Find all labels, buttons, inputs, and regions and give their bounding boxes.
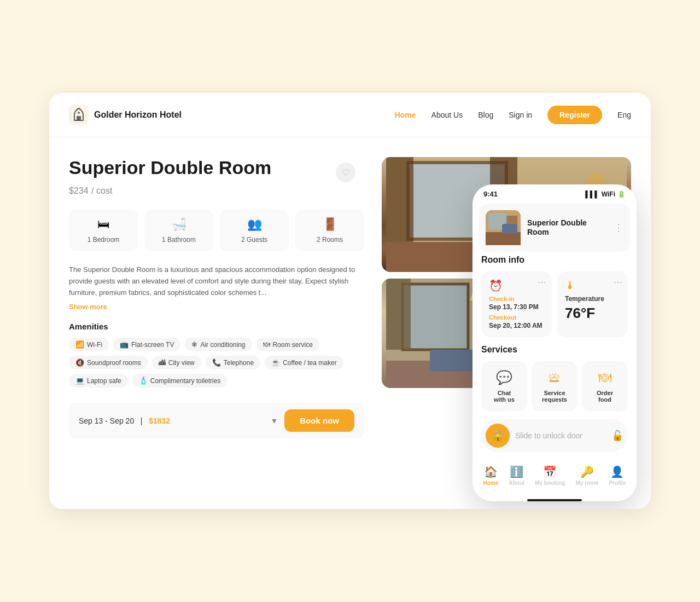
nav-profile[interactable]: 👤 Profile: [609, 465, 626, 486]
nav-home[interactable]: 🏠 Home: [483, 465, 498, 486]
nav-links: Home About Us Blog Sign in Register Eng: [395, 106, 631, 124]
show-more-link[interactable]: Show more: [69, 303, 107, 311]
main-card: Golder Horizon Hotel Home About Us Blog …: [49, 93, 651, 509]
toiletries-icon: 🧴: [139, 377, 148, 385]
room-service-icon: 🍽: [263, 340, 270, 349]
bathroom-icon: 🛁: [172, 217, 186, 231]
stat-rooms-label: 2 Rooms: [317, 236, 343, 244]
room-info-grid: ⋯ ⏰ Check-in Sep 13, 7:30 PM Checkout Se…: [481, 271, 628, 337]
checkin-label: Check-in: [489, 296, 544, 302]
brand-name: Golder Horizon Hotel: [94, 110, 182, 120]
chat-icon: 💬: [496, 370, 512, 385]
hotel-logo-icon: [69, 105, 89, 125]
stat-rooms: 🚪 2 Rooms: [295, 210, 364, 251]
stat-bathroom-label: 1 Bathroom: [162, 236, 196, 244]
register-button[interactable]: Register: [547, 106, 602, 124]
room-nav-icon: 🔑: [580, 465, 594, 478]
telephone-icon: 📞: [212, 358, 221, 367]
about-nav-icon: ℹ️: [510, 465, 523, 478]
stat-guests: 👥 2 Guests: [220, 210, 289, 251]
stat-bedroom-label: 1 Bedroom: [88, 236, 120, 244]
booking-dates: Sep 13 - Sep 20 | $1832: [79, 416, 264, 425]
service-chat[interactable]: 💬 Chatwith us: [481, 361, 527, 412]
nav-home[interactable]: Home: [395, 111, 416, 119]
stat-bathroom: 🛁 1 Bathroom: [144, 210, 213, 251]
temp-options-icon[interactable]: ⋯: [614, 277, 622, 287]
unlock-end-icon: 🔓: [611, 430, 623, 442]
book-now-button[interactable]: Book now: [284, 409, 354, 432]
status-bar: 9:41 ▌▌▌ WiFi 🔋: [472, 184, 637, 200]
temperature-icon: 🌡: [565, 279, 620, 292]
service-order-food[interactable]: 🍽 Orderfood: [582, 361, 628, 412]
amenities-heading: Amenities: [69, 322, 364, 331]
amenity-laptop-safe: 💻Laptop safe: [69, 374, 128, 387]
phone-time: 9:41: [483, 190, 498, 198]
ac-icon: ❄: [191, 340, 197, 349]
service-requests[interactable]: 🛎 Servicerequests: [532, 361, 578, 412]
preview-options-icon[interactable]: ⋮: [614, 222, 623, 234]
svg-point-2: [78, 112, 80, 114]
room-preview-card: Superior Double Room ⋮: [479, 204, 630, 252]
preview-room-name: Superior Double Room: [527, 218, 607, 237]
nav-about[interactable]: About Us: [431, 111, 463, 119]
language-selector[interactable]: Eng: [617, 111, 631, 119]
unlock-text: Slide to unlock door: [515, 431, 606, 440]
checkin-icon: ⏰: [489, 279, 544, 292]
room-price: $234 / cost: [69, 184, 364, 196]
room-nav-label: My room: [576, 480, 599, 486]
favorite-button[interactable]: ♡: [336, 163, 355, 182]
status-icons: ▌▌▌ WiFi 🔋: [585, 190, 626, 198]
stat-guests-label: 2 Guests: [241, 236, 267, 244]
amenity-ac: ❄Air conditioning: [185, 338, 252, 351]
bedroom-icon: 🛏: [97, 217, 109, 231]
requests-label: Servicerequests: [542, 390, 567, 403]
booking-bar: Sep 13 - Sep 20 | $1832 ▼ Book now: [69, 403, 364, 438]
price-value: $234: [69, 186, 89, 195]
nav-signin[interactable]: Sign in: [509, 111, 532, 119]
coffee-icon: ☕: [271, 358, 280, 367]
checkin-options-icon[interactable]: ⋯: [538, 277, 546, 287]
amenity-wifi: 📶Wi-Fi: [69, 338, 109, 351]
unlock-bar[interactable]: 🔒 Slide to unlock door 🔓: [481, 419, 628, 452]
amenity-city-view: 🏙City view: [152, 356, 201, 369]
amenity-toiletries: 🧴Complimentary toiletries: [132, 374, 228, 387]
room-title: Superior Double Room: [69, 157, 364, 178]
amenity-soundproof: 🔇Soundproof rooms: [69, 356, 148, 369]
price-suffix: / cost: [91, 186, 112, 195]
phone-app-overlay: 9:41 ▌▌▌ WiFi 🔋: [472, 184, 637, 501]
amenity-telephone: 📞Telephone: [206, 356, 260, 369]
nav-my-booking[interactable]: 📅 My booking: [535, 465, 565, 486]
battery-icon: 🔋: [617, 190, 626, 198]
services-section: Services 💬 Chatwith us 🛎 Servicerequests…: [472, 345, 637, 412]
service-requests-icon: 🛎: [548, 370, 561, 385]
services-title: Services: [481, 345, 628, 355]
city-icon: 🏙: [159, 358, 166, 367]
checkin-card: ⋯ ⏰ Check-in Sep 13, 7:30 PM Checkout Se…: [481, 271, 552, 337]
home-nav-label: Home: [483, 480, 498, 486]
nav-blog[interactable]: Blog: [478, 111, 493, 119]
wifi-icon: 📶: [75, 340, 84, 349]
home-nav-icon: 🏠: [484, 465, 498, 478]
chat-label: Chatwith us: [494, 390, 515, 403]
booking-price: $1832: [149, 416, 170, 425]
room-info-title: Room info: [481, 255, 628, 265]
temperature-label: Temperature: [565, 295, 620, 303]
room-description: The Superior Double Room is a luxurious …: [69, 264, 364, 298]
room-stats: 🛏 1 Bedroom 🛁 1 Bathroom 👥 2 Guests 🚪 2 …: [69, 210, 364, 251]
svg-rect-15: [402, 284, 468, 350]
room-preview-info: Superior Double Room: [527, 218, 607, 237]
svg-rect-17: [386, 279, 411, 350]
room-images: 9:41 ▌▌▌ WiFi 🔋: [382, 157, 631, 438]
nav-about[interactable]: ℹ️ About: [509, 465, 524, 486]
dates-chevron-icon[interactable]: ▼: [270, 416, 278, 425]
nav-my-room[interactable]: 🔑 My room: [576, 465, 599, 486]
laptop-icon: 💻: [75, 377, 84, 385]
stat-bedroom: 🛏 1 Bedroom: [69, 210, 138, 251]
food-icon: 🍽: [598, 370, 611, 385]
brand-logo: Golder Horizon Hotel: [69, 105, 182, 125]
amenities-list: 📶Wi-Fi 📺Flat-screen TV ❄Air conditioning…: [69, 338, 364, 387]
about-nav-label: About: [509, 480, 524, 486]
soundproof-icon: 🔇: [75, 358, 84, 367]
temperature-card: ⋯ 🌡 Temperature 76°F: [557, 271, 628, 337]
amenity-tv: 📺Flat-screen TV: [113, 338, 180, 351]
